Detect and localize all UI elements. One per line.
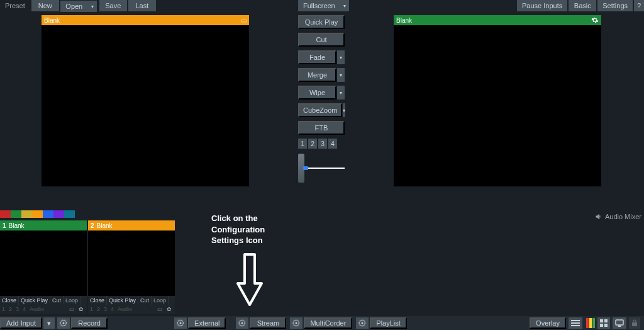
input-1-close[interactable]: Close xyxy=(0,296,19,305)
swatch-yellow[interactable] xyxy=(21,210,32,218)
input-1-ov2[interactable]: 2 xyxy=(7,305,14,314)
preview-window: Blank ▭ xyxy=(42,15,249,186)
input-2-quickplay[interactable]: Quick Play xyxy=(107,296,138,305)
input-1-ov4[interactable]: 4 xyxy=(21,305,28,314)
preview-video[interactable] xyxy=(42,25,249,186)
program-gear-icon[interactable] xyxy=(591,16,599,24)
input-1-loop[interactable]: Loop xyxy=(64,296,80,305)
preset-1[interactable]: 1 xyxy=(298,139,307,149)
svg-rect-8 xyxy=(600,319,603,322)
input-2-loop[interactable]: Loop xyxy=(152,296,169,305)
new-button[interactable]: New xyxy=(31,0,59,11)
input-2-ov3[interactable]: 3 xyxy=(102,305,109,314)
grid-icon[interactable] xyxy=(597,317,610,329)
external-button[interactable]: External xyxy=(188,317,226,329)
input-1-ov3[interactable]: 3 xyxy=(14,305,21,314)
audio-meter xyxy=(586,318,595,328)
fullscreen-button[interactable]: Fullscreen xyxy=(298,0,340,11)
fullscreen-dropdown[interactable]: ▾ xyxy=(340,0,349,11)
cubezoom-dropdown[interactable]: ▾ xyxy=(343,103,345,117)
settings-gear-1[interactable] xyxy=(57,317,70,329)
bottom-bar: Add Input ▾ Record External Stream Multi… xyxy=(0,316,644,330)
input-2-close[interactable]: Close xyxy=(88,296,107,305)
merge-button[interactable]: Merge xyxy=(298,68,336,82)
cubezoom-button[interactable]: CubeZoom xyxy=(298,103,342,117)
input-2-monitor-icon[interactable]: ▭ xyxy=(156,305,164,314)
svg-point-0 xyxy=(63,322,65,324)
quick-play-button[interactable]: Quick Play xyxy=(298,15,345,29)
svg-point-2 xyxy=(242,322,243,324)
input-1-ov1[interactable]: 1 xyxy=(0,305,7,314)
wipe-dropdown[interactable]: ▾ xyxy=(337,86,345,100)
audio-mixer-label: Audio Mixer xyxy=(605,213,641,220)
input-1-audio[interactable]: Audio xyxy=(28,305,46,314)
fade-dropdown[interactable]: ▾ xyxy=(337,50,345,64)
input-2-name: Blank xyxy=(97,222,113,229)
input-2-cut[interactable]: Cut xyxy=(138,296,152,305)
input-1-number: 1 xyxy=(3,222,6,229)
help-button[interactable]: ? xyxy=(634,0,644,11)
svg-rect-5 xyxy=(571,320,580,321)
input-2-gear-icon[interactable]: ✿ xyxy=(165,305,173,314)
playlist-button[interactable]: PlayList xyxy=(370,317,407,329)
input-row: 1Blank Close Quick Play Cut Loop 1 2 3 4… xyxy=(0,220,175,314)
svg-point-1 xyxy=(180,322,182,324)
save-button[interactable]: Save xyxy=(99,0,127,11)
open-dropdown[interactable]: ▾ xyxy=(88,1,97,12)
input-2-thumbnail[interactable] xyxy=(88,230,175,296)
input-2-ov2[interactable]: 2 xyxy=(95,305,102,314)
svg-rect-10 xyxy=(600,324,603,327)
multicorder-button[interactable]: MultiCorder xyxy=(304,317,352,329)
playlist-gear-icon[interactable] xyxy=(356,317,369,329)
pause-inputs-button[interactable]: Pause Inputs xyxy=(517,0,567,11)
swatch-teal[interactable] xyxy=(64,210,75,218)
swatch-purple[interactable] xyxy=(53,210,64,218)
fade-button[interactable]: Fade xyxy=(298,50,336,64)
input-1-thumbnail[interactable] xyxy=(0,230,87,296)
merge-dropdown[interactable]: ▾ xyxy=(337,68,345,82)
svg-rect-11 xyxy=(604,324,608,327)
list-icon[interactable] xyxy=(569,317,582,329)
program-title: Blank xyxy=(396,17,591,24)
input-2-ov1[interactable]: 1 xyxy=(88,305,95,314)
input-2: 2Blank Close Quick Play Cut Loop 1 2 3 4… xyxy=(88,220,175,314)
settings-button[interactable]: Settings xyxy=(597,0,633,11)
preset-3[interactable]: 3 xyxy=(318,139,327,149)
input-2-ov4[interactable]: 4 xyxy=(109,305,116,314)
stream-button[interactable]: Stream xyxy=(250,317,286,329)
open-button[interactable]: Open xyxy=(60,1,88,12)
ftb-button[interactable]: FTB xyxy=(298,121,345,135)
lock-icon[interactable] xyxy=(629,317,640,329)
swatch-orange[interactable] xyxy=(32,210,43,218)
transition-presets: 1 2 3 4 xyxy=(298,139,345,149)
add-input-button[interactable]: Add Input xyxy=(0,317,42,329)
input-1-monitor-icon[interactable]: ▭ xyxy=(68,305,76,314)
input-1-quickplay[interactable]: Quick Play xyxy=(19,296,50,305)
cut-button[interactable]: Cut xyxy=(298,33,345,47)
swatch-red[interactable] xyxy=(0,210,11,218)
input-1: 1Blank Close Quick Play Cut Loop 1 2 3 4… xyxy=(0,220,87,314)
multicorder-gear-icon[interactable] xyxy=(290,317,303,329)
t-bar[interactable] xyxy=(298,154,345,183)
stream-gear-icon[interactable] xyxy=(236,317,248,329)
input-1-cut[interactable]: Cut xyxy=(50,296,64,305)
overlay-button[interactable]: Overlay xyxy=(530,317,566,329)
swatch-green[interactable] xyxy=(11,210,21,218)
svg-point-4 xyxy=(362,322,364,324)
settings-gear-2[interactable] xyxy=(174,317,187,329)
preview-window-icon[interactable]: ▭ xyxy=(241,17,247,24)
monitor-icon[interactable] xyxy=(613,317,626,329)
svg-rect-9 xyxy=(604,319,608,322)
record-button[interactable]: Record xyxy=(71,317,108,329)
swatch-blue[interactable] xyxy=(43,210,53,218)
preset-4[interactable]: 4 xyxy=(328,139,337,149)
program-video[interactable] xyxy=(394,25,601,186)
wipe-button[interactable]: Wipe xyxy=(298,86,336,100)
audio-mixer-toggle[interactable]: Audio Mixer xyxy=(595,213,641,220)
input-1-gear-icon[interactable]: ✿ xyxy=(77,305,85,314)
preset-2[interactable]: 2 xyxy=(308,139,317,149)
basic-button[interactable]: Basic xyxy=(569,0,596,11)
last-button[interactable]: Last xyxy=(128,0,156,11)
input-2-audio[interactable]: Audio xyxy=(116,305,134,314)
add-input-dropdown[interactable]: ▾ xyxy=(43,317,55,329)
